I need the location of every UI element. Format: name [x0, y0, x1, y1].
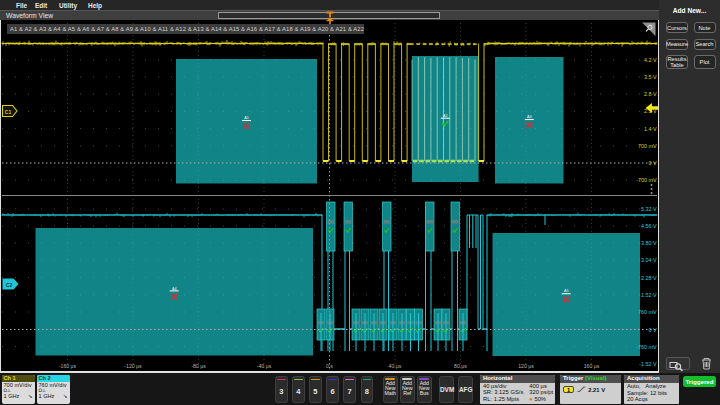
svg-text:4.2 V: 4.2 V	[644, 57, 657, 63]
svg-text:-160 µs: -160 µs	[59, 363, 77, 369]
svg-text:-700 mV: -700 mV	[636, 177, 657, 183]
svg-text:-40 µs: -40 µs	[257, 363, 272, 369]
svg-text:A3: A3	[527, 115, 532, 119]
svg-text:80 µs: 80 µs	[454, 363, 467, 369]
svg-text:760 mV: 760 mV	[638, 309, 657, 315]
svg-text:2.28 V: 2.28 V	[641, 275, 657, 281]
svg-text:1.52 V: 1.52 V	[641, 292, 657, 298]
svg-text:120 µs: 120 µs	[518, 363, 534, 369]
svg-text:3.5 V: 3.5 V	[644, 74, 657, 80]
svg-text:C1: C1	[5, 109, 12, 115]
svg-text:40 µs: 40 µs	[389, 363, 402, 369]
svg-text:700 mV: 700 mV	[638, 143, 657, 149]
svg-text:0 s: 0 s	[326, 363, 333, 369]
svg-text:0 V: 0 V	[648, 160, 656, 166]
svg-text:A2: A2	[443, 114, 448, 118]
svg-text:-760 mV: -760 mV	[636, 344, 657, 350]
svg-text:-1.52 V: -1.52 V	[639, 361, 657, 367]
svg-text:1.4 V: 1.4 V	[644, 126, 657, 132]
svg-text:2.1 V: 2.1 V	[644, 108, 657, 114]
svg-text:5.32 V: 5.32 V	[641, 206, 657, 212]
svg-text:4.56 V: 4.56 V	[641, 223, 657, 229]
svg-text:A5: A5	[564, 289, 569, 293]
svg-text:3.80 V: 3.80 V	[641, 240, 657, 246]
svg-text:A1: A1	[244, 116, 249, 120]
svg-text:-80 µs: -80 µs	[191, 363, 206, 369]
svg-text:3.04 V: 3.04 V	[641, 257, 657, 263]
svg-text:-120 µs: -120 µs	[124, 363, 142, 369]
svg-text:2.8 V: 2.8 V	[644, 91, 657, 97]
svg-text:A4: A4	[172, 287, 177, 291]
svg-text:C2: C2	[6, 282, 13, 288]
svg-text:160 µs: 160 µs	[584, 363, 600, 369]
svg-text:0 V: 0 V	[648, 327, 656, 333]
